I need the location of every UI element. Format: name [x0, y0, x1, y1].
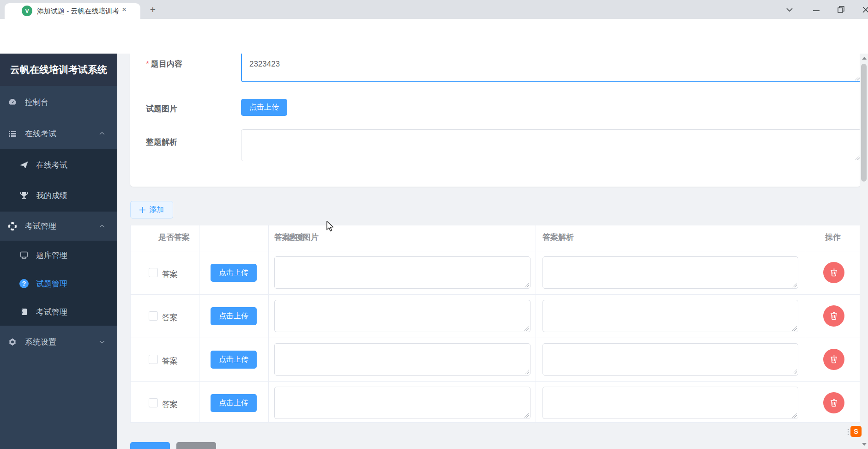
scrollbar-thumb[interactable]: [861, 64, 867, 182]
window-close-button[interactable]: [859, 5, 868, 14]
row-divider: [131, 294, 860, 295]
header-actions: 操作: [805, 232, 861, 243]
sidebar-item-online-exam[interactable]: 在线考试: [0, 150, 117, 180]
answer-checkbox-label: 答案: [162, 399, 178, 410]
answer-content-textarea[interactable]: [274, 300, 530, 332]
add-answer-button[interactable]: 添加: [130, 201, 173, 218]
row-divider: [131, 338, 860, 338]
tab-bar: V 添加试题 - 云帆在线培训考试系统 × +: [0, 0, 868, 19]
answer-content-textarea[interactable]: [274, 387, 530, 419]
chevron-down-icon: [99, 340, 105, 344]
notebook-icon: [19, 307, 29, 316]
scroll-down-arrow[interactable]: [862, 443, 867, 446]
option-image-upload-button[interactable]: 点击上传: [211, 264, 257, 282]
question-analysis-label: 整题解析: [146, 137, 177, 147]
sidebar-item-system-settings[interactable]: 系统设置: [0, 326, 117, 358]
book-icon: [19, 250, 29, 260]
dashboard-gauge-icon: [8, 97, 17, 107]
sidebar-item-dashboard[interactable]: 控制台: [0, 87, 117, 117]
question-analysis-textarea[interactable]: [241, 129, 862, 161]
header-is-answer: 是否答案: [149, 232, 199, 243]
delete-row-button[interactable]: [823, 262, 844, 283]
required-asterisk: *: [146, 60, 149, 68]
answer-checkbox[interactable]: [149, 268, 158, 277]
back-button[interactable]: [176, 442, 216, 449]
answer-checkbox[interactable]: [149, 355, 158, 364]
tab-search-chevron-icon[interactable]: [783, 5, 796, 14]
row-divider: [131, 381, 860, 382]
answer-content-textarea[interactable]: [274, 256, 530, 289]
trash-icon: [829, 311, 838, 321]
window-minimize-button[interactable]: [809, 5, 823, 14]
question-content-label: *题目内容: [146, 59, 182, 69]
chevron-up-icon: [99, 131, 105, 136]
paper-plane-icon: [19, 160, 29, 170]
tab-close-icon[interactable]: ×: [122, 6, 127, 13]
sidebar-item-question-mgmt[interactable]: ? 试题管理: [0, 269, 117, 298]
submit-button[interactable]: [130, 442, 170, 449]
answer-checkbox[interactable]: [149, 311, 158, 321]
delete-row-button[interactable]: [823, 349, 844, 370]
question-image-upload-button[interactable]: 点击上传: [241, 99, 287, 116]
row-divider: [131, 251, 860, 251]
column-divider: [805, 225, 805, 422]
answer-analysis-textarea[interactable]: [542, 256, 798, 289]
column-divider: [268, 225, 269, 422]
sidebar-item-my-scores[interactable]: 我的成绩: [0, 180, 117, 211]
tab-title: 添加试题 - 云帆在线培训考试系统: [37, 7, 119, 15]
answer-checkbox-label: 答案: [162, 312, 178, 323]
header-answer-content: 答案内容: [274, 232, 306, 243]
answer-content-textarea[interactable]: [274, 343, 530, 376]
option-image-upload-button[interactable]: 点击上传: [211, 394, 257, 412]
header-answer-analysis: 答案解析: [542, 232, 574, 243]
mouse-cursor: [326, 221, 336, 232]
chevron-up-icon: [99, 224, 105, 229]
gear-icon: [8, 337, 17, 346]
answers-table: 是否答案 选项图片 答案内容 答案解析 操作 答案 点击上传 答案 点击上传 答…: [130, 225, 861, 423]
answer-checkbox-label: 答案: [162, 269, 178, 279]
scroll-up-arrow[interactable]: [862, 57, 867, 60]
question-form-card: *题目内容 2323423 试题图片 点击上传 整题解析: [130, 54, 861, 187]
new-tab-button[interactable]: +: [147, 4, 159, 16]
buoy-icon: [8, 222, 17, 231]
sidebar-item-online-exam-parent[interactable]: 在线考试: [0, 118, 117, 149]
question-circle-icon: ?: [19, 279, 29, 288]
trophy-icon: [19, 191, 29, 200]
main-content: *题目内容 2323423 试题图片 点击上传 整题解析 添加 是否答案 选项图…: [117, 54, 868, 449]
trash-icon: [829, 355, 838, 364]
sidebar: 云帆在线培训考试系统 控制台 在线考试 在线考试 我的成绩 考试管理 题库管理: [0, 54, 117, 449]
bookmarks-bar: 应用 百度 苏宁易购 淘 淘宝 京东 天猫 译 百度翻译-200种语... 洪湖…: [0, 36, 868, 54]
plus-icon: [139, 207, 145, 213]
sidebar-item-exam-mgmt[interactable]: 考试管理: [0, 298, 117, 326]
saladict-extension-icon[interactable]: S: [850, 426, 862, 437]
window-restore-button[interactable]: [834, 5, 848, 14]
widget-drag-dots: [847, 429, 850, 435]
answer-checkbox-label: 答案: [162, 356, 178, 366]
answer-analysis-textarea[interactable]: [542, 300, 798, 332]
trash-icon: [829, 268, 838, 277]
list-icon: [8, 129, 17, 138]
question-content-value: 2323423: [249, 60, 280, 68]
answer-analysis-textarea[interactable]: [542, 387, 798, 419]
text-caret: [280, 59, 280, 68]
sidebar-item-exam-mgmt-parent[interactable]: 考试管理: [0, 212, 117, 241]
trash-icon: [829, 398, 838, 407]
column-divider: [199, 225, 199, 422]
question-image-label: 试题图片: [146, 103, 177, 114]
delete-row-button[interactable]: [823, 305, 844, 327]
option-image-upload-button[interactable]: 点击上传: [211, 307, 257, 325]
delete-row-button[interactable]: [823, 392, 844, 413]
sidebar-item-question-bank[interactable]: 题库管理: [0, 241, 117, 269]
answer-analysis-textarea[interactable]: [542, 343, 798, 376]
question-content-textarea[interactable]: 2323423: [241, 54, 862, 82]
option-image-upload-button[interactable]: 点击上传: [211, 351, 257, 369]
answer-checkbox[interactable]: [149, 398, 158, 407]
site-favicon-icon: V: [22, 6, 32, 16]
browser-toolbar: localhost:9527/#/exam/qu/add: [0, 19, 868, 36]
app-title: 云帆在线培训考试系统: [0, 54, 117, 86]
column-divider: [536, 225, 536, 422]
